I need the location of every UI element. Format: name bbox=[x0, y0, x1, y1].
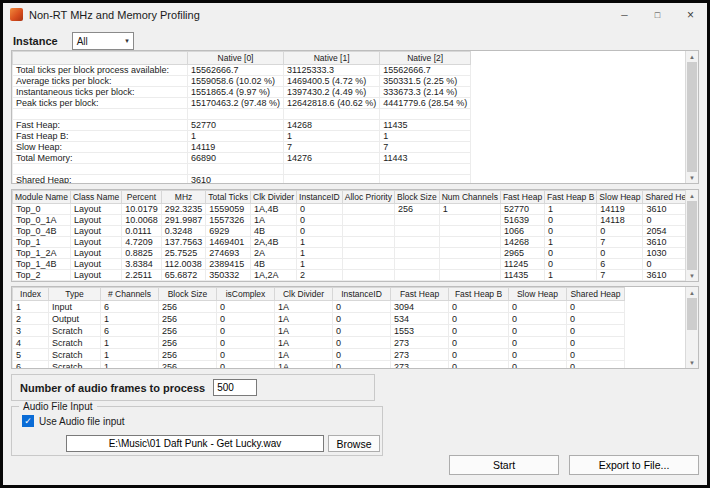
table-row[interactable]: Slow Heap:1411977 bbox=[13, 142, 471, 153]
table-cell: 10.0179 bbox=[122, 204, 162, 215]
close-button[interactable]: × bbox=[674, 3, 707, 26]
table-row[interactable]: 6Scratch125601A0273000 bbox=[13, 361, 625, 370]
start-button[interactable]: Start bbox=[449, 455, 559, 475]
table-cell: 1553 bbox=[391, 325, 449, 337]
table-cell: 534 bbox=[391, 313, 449, 325]
table-row[interactable]: Top_1_4BLayout3.8384112.003823894154B111… bbox=[13, 259, 699, 270]
table-cell bbox=[13, 164, 188, 175]
table-cell: 273 bbox=[391, 337, 449, 349]
table-row[interactable]: Peak ticks per block:15170463.2 (97.48 %… bbox=[13, 98, 471, 109]
table-cell: 256 bbox=[159, 313, 217, 325]
table-cell: 7 bbox=[597, 237, 643, 248]
table-row[interactable]: Top_1Layout4.7209137.756314694012A,4B114… bbox=[13, 237, 699, 248]
scroll-down-icon[interactable]: ▼ bbox=[686, 172, 698, 183]
table-row[interactable]: 5Scratch125601A0273000 bbox=[13, 349, 625, 361]
table-row[interactable] bbox=[13, 109, 471, 120]
column-header: Num Channels bbox=[439, 191, 500, 204]
table-cell: 4B bbox=[251, 259, 297, 270]
table-cell: 2 bbox=[13, 313, 49, 325]
table-cell: 15562666.7 bbox=[380, 65, 471, 76]
table-cell: 0 bbox=[545, 281, 597, 283]
frames-input[interactable] bbox=[213, 379, 257, 396]
table-cell: 0 bbox=[509, 301, 567, 313]
scrollbar-track[interactable] bbox=[686, 330, 698, 357]
table-row[interactable]: Shared Heap:3610 bbox=[13, 175, 471, 185]
table-cell: 1 bbox=[101, 337, 159, 349]
vertical-scrollbar[interactable]: ▲ ▼ bbox=[685, 190, 698, 281]
table-row[interactable]: 1Input625601A03094000 bbox=[13, 301, 625, 313]
table-cell: 4 bbox=[13, 337, 49, 349]
scrollbar-thumb[interactable] bbox=[687, 62, 697, 172]
table-cell: 291.9987 bbox=[161, 215, 206, 226]
table-row[interactable]: Fast Heap B:111 bbox=[13, 131, 471, 142]
table-cell: 0 bbox=[217, 349, 275, 361]
table-cell bbox=[439, 215, 500, 226]
table-cell: 0 bbox=[333, 361, 391, 370]
title-bar[interactable]: Non-RT MHz and Memory Profiling ─ □ × bbox=[3, 3, 707, 26]
table-cell: 256 bbox=[159, 301, 217, 313]
table-cell: 1A bbox=[275, 301, 333, 313]
table-cell: Top_2 bbox=[13, 270, 71, 281]
audio-file-path-input[interactable] bbox=[66, 435, 324, 452]
instance-select[interactable]: All ▾ bbox=[72, 32, 134, 50]
column-header: Clk Divider bbox=[275, 288, 333, 301]
table-row[interactable]: 2Output125601A0534000 bbox=[13, 313, 625, 325]
table-cell: Layout bbox=[70, 270, 121, 281]
table-row[interactable] bbox=[13, 164, 471, 175]
table-row[interactable]: Top_0Layout10.0179292.323515590591A,4B02… bbox=[13, 204, 699, 215]
table-row[interactable]: 3Scratch625601A01553000 bbox=[13, 325, 625, 337]
table-row[interactable]: Top_2Layout2.251165.68723503321A,2A21143… bbox=[13, 270, 699, 281]
table-cell: Layout bbox=[70, 248, 121, 259]
vertical-scrollbar[interactable]: ▲ ▼ bbox=[685, 287, 698, 368]
table-cell: 1A bbox=[275, 313, 333, 325]
column-header: Type bbox=[49, 288, 101, 301]
table-cell: Top_2_1A bbox=[13, 281, 71, 283]
table-row[interactable]: Top_2_1ALayout0.02050.598031891A22980051… bbox=[13, 281, 699, 283]
table-cell: 0 bbox=[217, 313, 275, 325]
table-row[interactable]: Fast Heap:527701426811435 bbox=[13, 120, 471, 131]
table-row[interactable]: Top_0_1ALayout10.0068291.998715573261A05… bbox=[13, 215, 699, 226]
table-cell bbox=[394, 226, 439, 237]
table-cell: 7 bbox=[597, 270, 643, 281]
table-row[interactable]: Top_1_2ALayout0.882525.75252746932A12965… bbox=[13, 248, 699, 259]
table-cell: 0 bbox=[217, 361, 275, 370]
table-cell: 11245 bbox=[500, 259, 544, 270]
table-cell: Layout bbox=[70, 204, 121, 215]
table-cell: 3189 bbox=[206, 281, 251, 283]
table-cell: 0 bbox=[545, 215, 597, 226]
export-to-file-button[interactable]: Export to File... bbox=[569, 455, 699, 475]
scroll-up-icon[interactable]: ▲ bbox=[686, 287, 698, 298]
scroll-down-icon[interactable]: ▼ bbox=[686, 270, 698, 281]
table-cell: 0 bbox=[449, 361, 509, 370]
table-cell: 2965 bbox=[500, 248, 544, 259]
table-row[interactable]: 4Scratch125601A0273000 bbox=[13, 337, 625, 349]
scroll-up-icon[interactable]: ▲ bbox=[686, 51, 698, 62]
maximize-button[interactable]: □ bbox=[641, 3, 674, 26]
vertical-scrollbar[interactable]: ▲ ▼ bbox=[685, 51, 698, 183]
scrollbar-thumb[interactable] bbox=[687, 298, 697, 330]
table-cell bbox=[342, 281, 394, 283]
scroll-up-icon[interactable]: ▲ bbox=[686, 190, 698, 201]
scroll-down-icon[interactable]: ▼ bbox=[686, 357, 698, 368]
audio-file-group-label: Audio File Input bbox=[19, 401, 97, 412]
scrollbar-thumb[interactable] bbox=[687, 201, 697, 270]
table-row[interactable]: Top_0_4BLayout0.01110.324869294B01066002… bbox=[13, 226, 699, 237]
use-audio-checkbox-label: Use Audio file input bbox=[39, 416, 125, 427]
minimize-button[interactable]: ─ bbox=[608, 3, 641, 26]
table-cell: 14118 bbox=[597, 215, 643, 226]
table-cell: 0 bbox=[509, 337, 567, 349]
browse-button[interactable]: Browse bbox=[328, 435, 380, 452]
table-cell: 137.7563 bbox=[161, 237, 206, 248]
table-cell: 0 bbox=[567, 349, 625, 361]
table-cell: 0 bbox=[449, 349, 509, 361]
table-cell bbox=[439, 226, 500, 237]
column-header: Index bbox=[13, 288, 49, 301]
table-cell: Average ticks per block: bbox=[13, 76, 188, 87]
table-cell: 1 bbox=[439, 204, 500, 215]
use-audio-checkbox-row[interactable]: ✓ Use Audio file input bbox=[22, 415, 125, 427]
use-audio-checkbox[interactable]: ✓ bbox=[22, 415, 34, 427]
table-row[interactable]: Average ticks per block:1559058.6 (10.02… bbox=[13, 76, 471, 87]
table-row[interactable]: Instantaneous ticks per block:1551865.4 … bbox=[13, 87, 471, 98]
table-row[interactable]: Total Memory:668901427611443 bbox=[13, 153, 471, 164]
table-row[interactable]: Total ticks per block process available:… bbox=[13, 65, 471, 76]
